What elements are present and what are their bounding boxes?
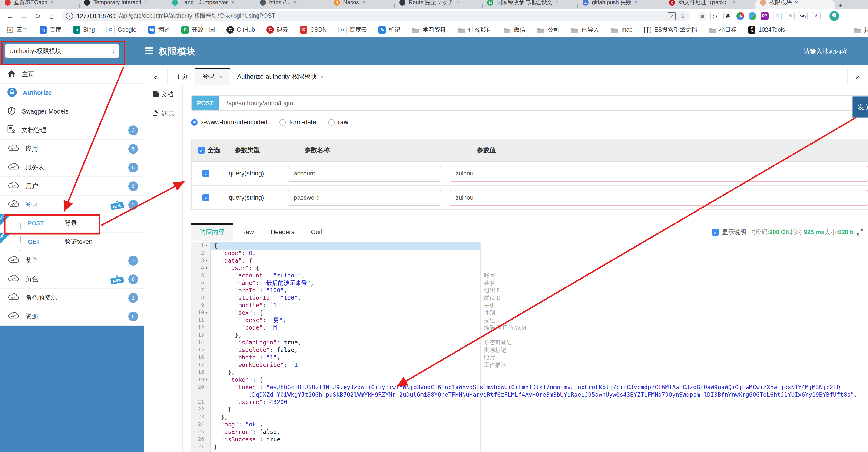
forward-icon[interactable]: → [20, 12, 28, 20]
page-info-icon[interactable]: i [66, 12, 73, 20]
tab-close-icon[interactable]: × [144, 0, 147, 5]
sidebar-item-菜单[interactable]: API菜单7 [0, 251, 144, 270]
extension-translate-en-icon[interactable]: 英 [723, 12, 732, 21]
tab-close-icon[interactable]: × [219, 73, 222, 80]
sidebar-item-post-登录[interactable]: NEWPOST登录 [0, 214, 144, 233]
tab-close-icon[interactable]: × [795, 0, 798, 5]
extension-asterisk-icon[interactable]: * [812, 12, 820, 21]
content-tab-登录[interactable]: 登录× [195, 68, 230, 85]
extension-ring-icon[interactable]: O [773, 12, 781, 21]
sidebar-item-角色的资源[interactable]: API角色的资源1 [0, 289, 144, 307]
fold-icon[interactable]: ▾ [206, 309, 208, 316]
fold-icon[interactable]: ▾ [206, 264, 208, 272]
sidebar-item-文档管理[interactable]: 文档管理3 [0, 121, 144, 140]
bookmark-star-icon[interactable]: ☆ [680, 12, 685, 20]
select-all-checkbox[interactable]: ✓ [198, 147, 205, 153]
content-tab-主页[interactable]: 主页 [168, 68, 195, 85]
bookmark-item[interactable]: 公司 [537, 26, 559, 34]
param-name-input[interactable]: account [288, 166, 441, 181]
sidebar-item-Authorize[interactable]: Authorize [0, 84, 144, 103]
tab-close-icon[interactable]: × [231, 0, 234, 5]
collapse-sidebar-icon[interactable]: « [144, 68, 168, 85]
body-type-x-www-form-urlencoded[interactable]: x-www-form-urlencoded [191, 119, 268, 126]
sidebar-item-用户[interactable]: API用户9 [0, 177, 144, 196]
body-type-raw[interactable]: raw [328, 119, 348, 126]
reload-icon[interactable]: ↻ [33, 12, 42, 20]
browser-tab[interactable]: Route 完全マッチ× [395, 0, 482, 9]
sidebar-item-应用[interactable]: API应用5 [0, 140, 144, 158]
tab-文档[interactable]: 文档 [144, 85, 182, 104]
extension-m-chevron-icon[interactable]: M [786, 12, 795, 21]
response-tab-响应内容[interactable]: 响应内容 [191, 223, 233, 241]
response-tab-Raw[interactable]: Raw [233, 223, 262, 241]
bookmark-item[interactable]: ES搜索引擎文档 [644, 26, 697, 34]
fold-icon[interactable]: ▾ [206, 376, 208, 384]
sidebar-item-get-验证token[interactable]: NEWGET验证token [0, 233, 144, 251]
browser-tab[interactable]: Csh文件处理（pack）× [664, 0, 755, 9]
menu-icon[interactable] [145, 48, 153, 55]
response-tab-Curl[interactable]: Curl [303, 223, 331, 241]
extension-globe-icon[interactable] [748, 12, 756, 20]
tab-close-icon[interactable]: × [362, 0, 365, 5]
param-value-input[interactable]: zuihou [450, 166, 868, 181]
expand-icon[interactable]: » [847, 68, 868, 85]
bookmark-item[interactable]: 学习资料 [412, 26, 446, 34]
fold-icon[interactable]: ▾ [206, 242, 208, 250]
translate-icon[interactable]: 文 [668, 12, 676, 20]
bookmark-item[interactable]: G码云 [267, 26, 288, 34]
fold-icon[interactable]: ▾ [206, 257, 208, 264]
bookmark-item[interactable]: GGitHub [227, 26, 255, 33]
response-json-editor[interactable]: 1▾{2"code": 0,3▾"data": {4▾"user": {5"ac… [191, 242, 868, 452]
browser-tab[interactable]: {}Nacos× [329, 0, 394, 9]
bookmark-item[interactable]: ∞百度云 [338, 26, 367, 34]
browser-tab[interactable]: 直首/SEOach× [0, 0, 79, 9]
service-select[interactable]: authority-权限模块 ▴▾ [5, 44, 120, 58]
back-icon[interactable]: ← [6, 12, 14, 20]
sidebar-item-主页[interactable]: 主页 [0, 65, 144, 84]
home-icon[interactable]: ⌂ [48, 12, 56, 20]
send-button[interactable]: 发送 [852, 96, 868, 118]
param-name-input[interactable]: password [288, 190, 441, 205]
browser-tab[interactable]: 权限模块× [755, 0, 835, 9]
param-value-input[interactable]: zuihou [450, 190, 868, 205]
sidebar-item-资源[interactable]: API资源6 [0, 307, 144, 326]
tab-close-icon[interactable]: × [556, 0, 559, 5]
body-type-form-data[interactable]: form-data [280, 119, 316, 126]
content-tab-Authorize-authority-权限模块[interactable]: Authorize-authority-权限模块× [230, 68, 332, 85]
bookmark-item[interactable]: 微信 [503, 26, 525, 34]
sidebar-item-服务表[interactable]: API服务表6 [0, 158, 144, 177]
param-checkbox[interactable]: ✓ [203, 170, 210, 177]
bookmark-item[interactable]: C开源中国 [182, 26, 215, 34]
browser-tab[interactable]: Land - Jumpserver× [167, 0, 255, 9]
bookmark-item[interactable]: 已导入 [571, 26, 599, 34]
extension-reader-icon[interactable]: ▤ [698, 12, 706, 20]
bookmark-item[interactable]: mac [611, 27, 632, 33]
tab-close-icon[interactable]: × [294, 0, 297, 5]
show-desc-checkbox[interactable]: ✓ [712, 229, 719, 235]
extension-json-viewer-icon[interactable]: {…} [710, 12, 719, 21]
fullscreen-icon[interactable] [857, 229, 863, 235]
bookmark-item[interactable]: 小目标 [709, 26, 737, 34]
bookmark-item[interactable]: 应用 [6, 26, 28, 34]
address-bar[interactable]: i 127.0.0.1:8760 /api/gate/doc.html#/aut… [61, 11, 690, 21]
bookmark-item[interactable]: CCSDN [300, 26, 327, 33]
browser-tab[interactable]: https://...× [255, 0, 329, 9]
sidebar-item-登录[interactable]: API登录NEW2 [0, 196, 144, 214]
tab-close-icon[interactable]: × [635, 0, 638, 5]
profile-avatar[interactable] [829, 11, 839, 21]
bookmarks-overflow[interactable]: 其 [854, 23, 868, 37]
bookmark-item[interactable]: GGoogle [106, 26, 136, 34]
param-checkbox[interactable]: ✓ [203, 194, 210, 201]
browser-tab[interactable]: dugitlab push 失败× [578, 0, 664, 9]
extension-chrome-icon[interactable] [737, 12, 744, 20]
sidebar-item-Swagger Models[interactable]: Swagger Models [0, 103, 144, 121]
bookmark-item[interactable]: 10241024Tools [748, 26, 785, 33]
tab-close-icon[interactable]: × [321, 73, 324, 80]
extension-rp-icon[interactable]: RP [761, 12, 769, 20]
extension-gitzip-icon[interactable]: GitZip [799, 12, 808, 21]
response-tab-Headers[interactable]: Headers [262, 223, 303, 241]
tab-调试[interactable]: 调试 [144, 104, 182, 123]
new-tab-button[interactable]: + [835, 0, 847, 9]
tab-close-icon[interactable]: × [457, 0, 460, 5]
bookmark-item[interactable]: 什么都有 [458, 26, 491, 34]
